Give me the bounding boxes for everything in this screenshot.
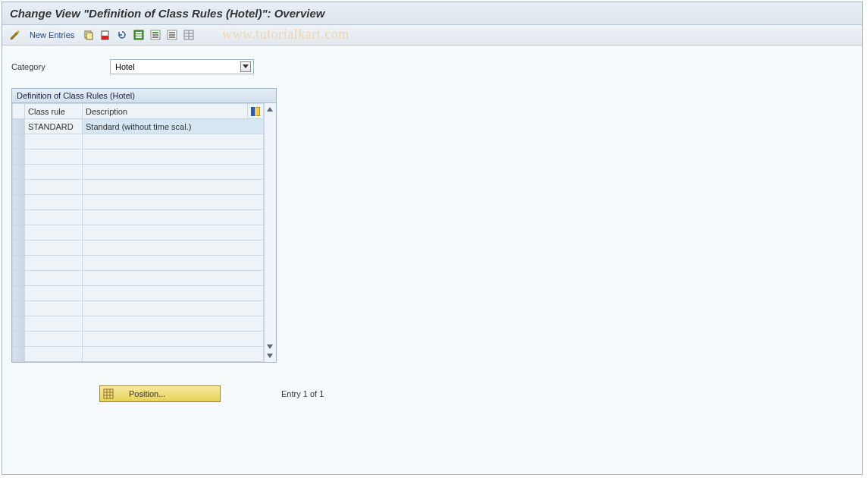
category-row: Category Hotel [11,59,853,74]
cell-classrule[interactable] [25,271,83,286]
cell-classrule[interactable] [25,165,83,180]
footer: Position... Entry 1 of 1 [99,385,853,402]
cell-classrule[interactable] [25,256,83,271]
row-handle[interactable] [13,332,25,347]
cell-description[interactable] [83,286,264,301]
cell-description[interactable] [83,134,264,149]
table-row[interactable] [13,271,264,286]
cell-classrule[interactable] [25,301,83,316]
cell-description[interactable] [83,301,264,316]
cell-description[interactable] [83,180,264,195]
row-handle[interactable] [13,149,25,165]
scroll-up-icon[interactable] [266,105,275,114]
cell-classrule[interactable] [25,332,83,347]
table-row[interactable] [13,165,264,180]
copy-icon[interactable] [82,28,96,42]
cell-description[interactable] [83,165,264,180]
table-row[interactable] [13,134,264,149]
svg-rect-21 [251,107,255,116]
select-all-icon[interactable] [132,28,146,42]
row-handle[interactable] [13,286,25,301]
table-row[interactable] [13,241,264,256]
cell-classrule[interactable] [25,134,83,149]
configure-columns-icon[interactable] [248,104,264,119]
cell-classrule[interactable]: STANDARD [25,119,83,134]
display-change-icon[interactable] [8,28,22,42]
table-row[interactable] [13,149,264,165]
row-handle-header[interactable] [13,104,25,119]
row-handle[interactable] [13,134,25,149]
row-handle[interactable] [13,256,25,271]
scroll-page-down-icon[interactable] [266,351,275,360]
cell-classrule[interactable] [25,316,83,332]
undo-icon[interactable] [115,28,129,42]
watermark-text: www.tutorialkart.com [222,27,349,42]
table-settings-icon[interactable] [182,28,196,42]
table-row[interactable]: STANDARDStandard (without time scal.) [13,119,264,134]
cell-description[interactable] [83,195,264,210]
table-row[interactable] [13,347,264,362]
vertical-scrollbar[interactable] [264,103,276,362]
cell-classrule[interactable] [25,210,83,225]
position-button[interactable]: Position... [99,385,221,402]
col-header-description[interactable]: Description [83,104,248,119]
table-row[interactable] [13,316,264,332]
cell-description[interactable] [83,210,264,225]
row-handle[interactable] [13,210,25,225]
scroll-line-down-icon[interactable] [266,342,275,351]
row-handle[interactable] [13,165,25,180]
cell-classrule[interactable] [25,347,83,362]
table-row[interactable] [13,225,264,241]
table-row[interactable] [13,332,264,347]
cell-classrule[interactable] [25,149,83,165]
cell-description[interactable] [83,256,264,271]
category-label: Category [11,62,110,71]
position-icon [103,388,114,399]
col-header-classrule[interactable]: Class rule [25,104,83,119]
row-handle[interactable] [13,316,25,332]
new-entries-button[interactable]: New Entries [25,30,79,39]
cell-classrule[interactable] [25,180,83,195]
class-rules-panel: Definition of Class Rules (Hotel) Class … [11,88,277,363]
position-button-label: Position... [129,389,165,398]
row-handle[interactable] [13,301,25,316]
cell-description[interactable] [83,241,264,256]
row-handle[interactable] [13,195,25,210]
table-row[interactable] [13,195,264,210]
svg-rect-5 [136,32,142,33]
row-handle[interactable] [13,119,25,134]
row-handle[interactable] [13,180,25,195]
cell-classrule[interactable] [25,241,83,256]
cell-description[interactable] [83,347,264,362]
delete-icon[interactable] [99,28,112,42]
table-row[interactable] [13,301,264,316]
cell-classrule[interactable] [25,225,83,241]
svg-rect-1 [86,33,92,39]
cell-description[interactable] [83,316,264,332]
table-row[interactable] [13,256,264,271]
table-row[interactable] [13,210,264,225]
cell-description[interactable]: Standard (without time scal.) [83,119,264,134]
svg-rect-9 [152,32,158,33]
page-title: Change View "Definition of Class Rules (… [10,7,324,20]
chevron-down-icon [240,61,251,72]
row-handle[interactable] [13,225,25,241]
row-handle[interactable] [13,347,25,362]
svg-rect-6 [136,34,142,36]
deselect-icon[interactable] [165,28,179,42]
row-handle[interactable] [13,271,25,286]
class-rules-table[interactable]: Class rule Description STANDARDStandard … [12,103,264,362]
row-handle[interactable] [13,241,25,256]
cell-description[interactable] [83,332,264,347]
panel-title: Definition of Class Rules (Hotel) [12,89,276,103]
cell-classrule[interactable] [25,286,83,301]
svg-rect-15 [169,36,175,38]
cell-classrule[interactable] [25,195,83,210]
cell-description[interactable] [83,149,264,165]
table-row[interactable] [13,286,264,301]
cell-description[interactable] [83,271,264,286]
table-row[interactable] [13,180,264,195]
category-select[interactable]: Hotel [110,59,254,74]
cell-description[interactable] [83,225,264,241]
select-block-icon[interactable] [149,28,162,42]
